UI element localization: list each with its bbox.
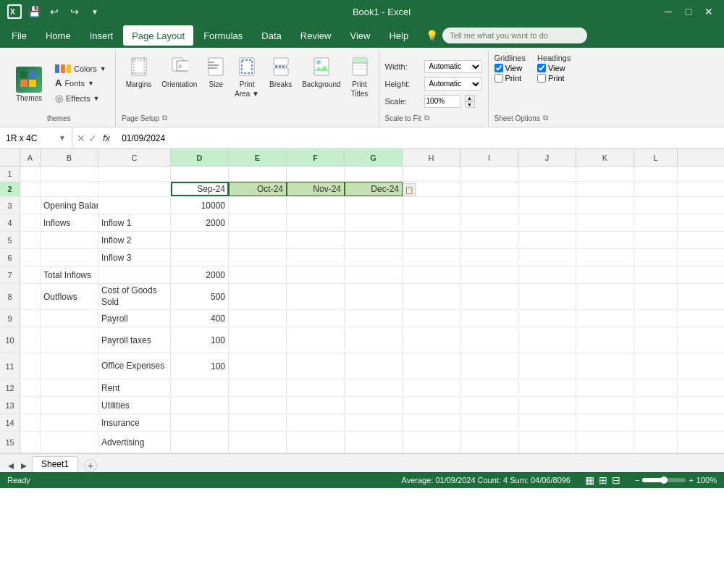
cell-B4[interactable]: Inflows — [41, 214, 98, 231]
cell-L13[interactable] — [634, 397, 678, 413]
zoom-in-icon[interactable]: + — [689, 476, 693, 484]
cell-A13[interactable] — [20, 397, 41, 413]
cell-G5[interactable] — [345, 232, 403, 248]
col-header-F[interactable]: F — [287, 149, 345, 166]
cell-D1[interactable] — [171, 167, 229, 181]
cell-B2[interactable] — [41, 182, 98, 196]
menu-file[interactable]: File — [3, 25, 35, 46]
cell-D3[interactable]: 10000 — [171, 197, 229, 214]
row-header-11[interactable]: 11 — [0, 353, 20, 379]
cell-H12[interactable] — [403, 379, 460, 396]
cell-A15[interactable] — [20, 432, 41, 453]
save-button[interactable]: 💾 — [26, 4, 42, 20]
cell-D12[interactable] — [171, 379, 229, 396]
cell-J11[interactable] — [518, 353, 576, 379]
cell-H1[interactable] — [403, 167, 460, 181]
cell-E6[interactable] — [229, 249, 287, 266]
minimize-button[interactable]: ─ — [660, 4, 676, 20]
cell-L12[interactable] — [634, 379, 678, 396]
cell-F13[interactable] — [287, 397, 345, 413]
cell-B10[interactable] — [41, 327, 98, 353]
cell-H5[interactable] — [403, 232, 460, 248]
row-header-6[interactable]: 6 — [0, 249, 20, 266]
cell-K11[interactable] — [576, 353, 634, 379]
cell-A2[interactable] — [20, 182, 41, 196]
cell-K1[interactable] — [576, 167, 634, 181]
cell-C8[interactable]: Cost of Goods Sold — [98, 284, 171, 309]
cell-D8[interactable]: 500 — [171, 284, 229, 309]
cell-L5[interactable] — [634, 232, 678, 248]
cell-B9[interactable] — [41, 310, 98, 327]
cell-E8[interactable] — [229, 284, 287, 309]
height-select[interactable]: Automatic 1 page 2 pages — [424, 77, 482, 91]
row-header-4[interactable]: 4 — [0, 214, 20, 231]
breaks-button[interactable]: Breaks — [265, 54, 296, 91]
scale-up-button[interactable]: ▲ — [465, 95, 475, 101]
cell-L10[interactable] — [634, 327, 678, 353]
cell-K10[interactable] — [576, 327, 634, 353]
cell-I8[interactable] — [460, 284, 518, 309]
maximize-button[interactable]: □ — [681, 4, 696, 20]
cell-J12[interactable] — [518, 379, 576, 396]
cell-K5[interactable] — [576, 232, 634, 248]
cell-E1[interactable] — [229, 167, 287, 181]
cell-E5[interactable] — [229, 232, 287, 248]
name-box[interactable]: 1R x 4C ▼ — [0, 127, 72, 148]
menu-review[interactable]: Review — [292, 25, 340, 46]
cell-C2[interactable] — [98, 182, 171, 196]
scale-input[interactable] — [424, 95, 460, 108]
col-header-E[interactable]: E — [229, 149, 287, 166]
cell-C10[interactable]: Payroll taxes — [98, 327, 171, 353]
cell-D7[interactable]: 2000 — [171, 266, 229, 283]
cell-G10[interactable] — [345, 327, 403, 353]
col-header-D[interactable]: D — [171, 149, 229, 166]
cell-H7[interactable] — [403, 266, 460, 283]
print-area-button[interactable]: Print Area ▼ — [230, 54, 264, 101]
cell-L9[interactable] — [634, 310, 678, 327]
zoom-out-icon[interactable]: − — [635, 476, 639, 484]
cell-I12[interactable] — [460, 379, 518, 396]
cell-G2[interactable]: Dec-24 — [345, 182, 403, 196]
cell-F10[interactable] — [287, 327, 345, 353]
cell-D2[interactable]: Sep-24 — [171, 182, 229, 196]
cell-D13[interactable] — [171, 397, 229, 413]
cell-E13[interactable] — [229, 397, 287, 413]
margins-button[interactable]: Margins — [122, 54, 156, 91]
cell-F5[interactable] — [287, 232, 345, 248]
row-header-8[interactable]: 8 — [0, 284, 20, 309]
cell-J1[interactable] — [518, 167, 576, 181]
cell-G13[interactable] — [345, 397, 403, 413]
cell-A9[interactable] — [20, 310, 41, 327]
cell-E3[interactable] — [229, 197, 287, 214]
cell-L1[interactable] — [634, 167, 678, 181]
cell-L4[interactable] — [634, 214, 678, 231]
cell-I4[interactable] — [460, 214, 518, 231]
cell-C13[interactable]: Utilities — [98, 397, 171, 413]
gridlines-print-checkbox[interactable] — [494, 74, 503, 83]
row-header-13[interactable]: 13 — [0, 397, 20, 413]
width-select[interactable]: Automatic 1 page 2 pages — [424, 60, 482, 73]
cell-F1[interactable] — [287, 167, 345, 181]
menu-home[interactable]: Home — [37, 25, 80, 46]
cell-H3[interactable] — [403, 197, 460, 214]
cell-E4[interactable] — [229, 214, 287, 231]
cell-K8[interactable] — [576, 284, 634, 309]
customize-button[interactable]: ▼ — [87, 4, 103, 20]
cell-G14[interactable] — [345, 414, 403, 431]
menu-data[interactable]: Data — [253, 25, 290, 46]
cell-E2[interactable]: Oct-24 — [229, 182, 287, 196]
cell-A4[interactable] — [20, 214, 41, 231]
sheet-options-expand[interactable]: ⧉ — [543, 114, 548, 122]
cell-B5[interactable] — [41, 232, 98, 248]
cell-G4[interactable] — [345, 214, 403, 231]
cell-I13[interactable] — [460, 397, 518, 413]
cancel-formula-icon[interactable]: ✕ — [77, 133, 85, 144]
cell-A12[interactable] — [20, 379, 41, 396]
cell-B6[interactable] — [41, 249, 98, 266]
cell-F9[interactable] — [287, 310, 345, 327]
cell-J15[interactable] — [518, 432, 576, 453]
cell-H8[interactable] — [403, 284, 460, 309]
cell-C15[interactable]: Advertising — [98, 432, 171, 453]
row-header-12[interactable]: 12 — [0, 379, 20, 396]
cell-B12[interactable] — [41, 379, 98, 396]
